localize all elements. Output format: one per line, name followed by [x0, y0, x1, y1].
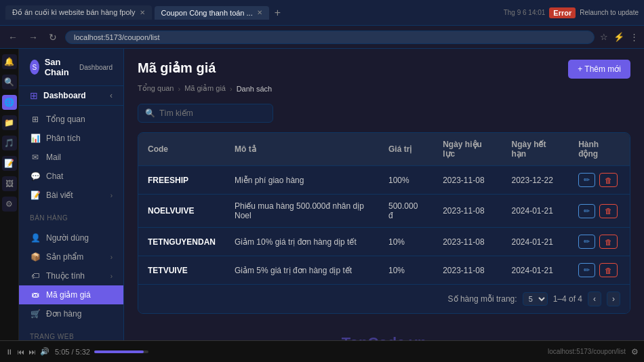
- cell-actions-0: ✏ 🗑: [569, 166, 630, 195]
- activity-bar-item-6[interactable]: 📝: [2, 156, 17, 171]
- col-ngay-hieu-luc: Ngày hiệu lực: [433, 133, 502, 166]
- topbar-error-badge[interactable]: Error: [549, 7, 576, 18]
- col-gia-tri: Giá trị: [379, 133, 433, 166]
- cell-start-0: 2023-11-08: [433, 166, 502, 195]
- edit-button-3[interactable]: ✏: [578, 263, 595, 277]
- ma-giam-gia-icon: 🎟: [30, 290, 41, 300]
- sidebar-item-chat[interactable]: 💬 Chat: [19, 167, 123, 186]
- sidebar-item-label-phan-tich: Phân tích: [46, 134, 81, 143]
- rows-per-page-select[interactable]: 5: [523, 292, 548, 306]
- delete-button-1[interactable]: 🗑: [599, 204, 618, 218]
- play-icon[interactable]: ⏸: [5, 348, 13, 356]
- sidebar-item-nguoi-dung[interactable]: 👤 Người dùng: [19, 228, 123, 247]
- sidebar-item-label-nguoi-dung: Người dùng: [46, 233, 89, 243]
- progress-bar[interactable]: [94, 350, 148, 353]
- taskbar: ⏸ ⏮ ⏭ 🔊 5:05 / 5:32 localhost:5173/coupo…: [0, 340, 644, 362]
- pagination-next[interactable]: ›: [607, 291, 620, 306]
- sidebar-item-don-hang[interactable]: 🛒 Đơn hàng: [19, 304, 123, 323]
- topbar-time: Thg 9 6 14:01: [504, 9, 546, 16]
- tab-2-close[interactable]: ✕: [257, 9, 262, 16]
- sidebar-item-tong-quan[interactable]: ⊞ Tổng quan: [19, 110, 123, 129]
- activity-bar-item-2[interactable]: 🔍: [2, 75, 17, 89]
- sidebar-item-thuoc-tinh[interactable]: 🏷 Thuộc tính ›: [19, 266, 123, 285]
- activity-bar-item-4[interactable]: 📁: [2, 115, 17, 130]
- breadcrumb-sep-2: ›: [230, 85, 233, 93]
- nguoi-dung-icon: 👤: [30, 233, 41, 243]
- activity-bar-item-chrome[interactable]: 🌐: [2, 95, 17, 110]
- collapse-icon[interactable]: ‹: [110, 91, 113, 100]
- page-title-group: Mã giảm giá: [138, 60, 216, 76]
- reload-button[interactable]: ↻: [46, 31, 60, 44]
- sidebar-item-mail[interactable]: ✉ Mail: [19, 148, 123, 167]
- extensions-icon[interactable]: ⚡: [613, 32, 624, 42]
- taskbar-left: ⏸ ⏮ ⏭ 🔊: [5, 347, 49, 356]
- breadcrumb-ma-giam-gia[interactable]: Mã giảm giá: [184, 84, 226, 93]
- new-tab-button[interactable]: +: [272, 7, 283, 19]
- volume-icon[interactable]: 🔊: [40, 347, 49, 356]
- cell-value-1: 500.000 đ: [379, 195, 433, 228]
- topbar-right: Thg 9 6 14:01 Error Relaunch to update: [504, 7, 639, 18]
- section-ban-hang-label: Bán hàng: [19, 209, 123, 224]
- rows-per-page-label: Số hàng mỗi trang:: [448, 294, 517, 304]
- tab-2-label: Coupon Công thanh toán ...: [161, 9, 253, 17]
- tab-2[interactable]: Coupon Công thanh toán ... ✕: [155, 6, 269, 20]
- browser-topbar: Đồ án cuối kì website bán hàng fpoly ✕ C…: [0, 0, 644, 26]
- activity-bar-item-8[interactable]: ⚙: [2, 197, 17, 212]
- sidebar-item-bai-viet[interactable]: 📝 Bài viết ›: [19, 186, 123, 205]
- tab-1[interactable]: Đồ án cuối kì website bán hàng fpoly ✕: [5, 5, 152, 20]
- time-label: 5:05 / 5:32: [55, 348, 90, 356]
- forward-button[interactable]: →: [26, 31, 41, 44]
- sidebar-item-ma-giam-gia[interactable]: 🎟 Mã giảm giá: [19, 285, 123, 304]
- activity-bar-item-1[interactable]: 🔔: [2, 54, 17, 69]
- activity-bar-item-7[interactable]: 🖼: [2, 176, 17, 191]
- cell-code-1: NOELVUIVE: [138, 195, 225, 228]
- col-code: Code: [138, 133, 225, 166]
- full-layout: 🔔 🔍 🌐 📁 🎵 📝 🖼 ⚙ S San Chain Dashboard ⊞ …: [0, 49, 644, 362]
- col-ngay-het-han: Ngày hết hạn: [502, 133, 569, 166]
- cell-code-3: TETVUIVE: [138, 256, 225, 285]
- sidebar-item-label-chat: Chat: [46, 172, 63, 181]
- cell-start-1: 2023-11-08: [433, 195, 502, 228]
- sidebar-item-label-ma-giam-gia: Mã giảm giá: [46, 290, 91, 300]
- sidebar-logo: S San Chain Dashboard: [19, 49, 123, 86]
- phan-tich-icon: 📊: [30, 134, 41, 143]
- cell-start-3: 2023-11-08: [433, 256, 502, 285]
- search-input[interactable]: [159, 108, 266, 118]
- taskbar-progress: 5:05 / 5:32: [55, 348, 148, 356]
- relaunch-button[interactable]: Relaunch to update: [580, 9, 639, 16]
- tab-1-close[interactable]: ✕: [140, 9, 145, 16]
- cell-end-0: 2023-12-22: [502, 166, 569, 195]
- menu-icon[interactable]: ⋮: [630, 32, 639, 42]
- edit-button-0[interactable]: ✏: [578, 173, 595, 187]
- pagination-prev[interactable]: ‹: [588, 291, 601, 306]
- delete-button-3[interactable]: 🗑: [599, 263, 618, 277]
- settings-icon[interactable]: ⚙: [631, 347, 639, 357]
- add-new-button[interactable]: + Thêm mới: [568, 60, 630, 79]
- edit-button-1[interactable]: ✏: [578, 204, 595, 218]
- sidebar-item-phan-tich[interactable]: 📊 Phân tích: [19, 129, 123, 148]
- next-track-icon[interactable]: ⏭: [28, 348, 36, 356]
- edit-button-2[interactable]: ✏: [578, 235, 595, 249]
- delete-button-2[interactable]: 🗑: [599, 235, 618, 249]
- prev-track-icon[interactable]: ⏮: [17, 348, 24, 356]
- cell-actions-1: ✏ 🗑: [569, 195, 630, 228]
- coupon-table-container: Code Mô tả Giá trị Ngày hiệu lực Ngày hế…: [138, 132, 630, 314]
- delete-button-0[interactable]: 🗑: [599, 173, 618, 187]
- san-pham-chevron: ›: [110, 254, 113, 261]
- sidebar-item-san-pham[interactable]: 📦 Sản phẩm ›: [19, 247, 123, 266]
- pagination: Số hàng mỗi trang: 5 1–4 of 4 ‹ ›: [138, 284, 630, 313]
- sidebar-toggle-button[interactable]: Dashboard: [79, 64, 113, 71]
- tong-quan-icon: ⊞: [30, 115, 41, 124]
- bookmark-icon[interactable]: ☆: [600, 32, 608, 42]
- sidebar-logo-icon: S: [30, 60, 39, 75]
- url-text: localhost:5173/coupon/list: [74, 33, 160, 41]
- breadcrumb-tong-quan[interactable]: Tổng quan: [138, 84, 174, 93]
- dashboard-label[interactable]: Dashboard: [43, 91, 86, 100]
- sidebar-ban-hang: 👤 Người dùng 📦 Sản phẩm › 🏷 Thuộc tính ›…: [19, 224, 123, 327]
- table-row: FREESHIP Miễn phí giao hàng 100% 2023-11…: [138, 166, 630, 195]
- url-bar[interactable]: localhost:5173/coupon/list: [65, 31, 595, 44]
- back-button[interactable]: ←: [5, 31, 20, 44]
- breadcrumb: Tổng quan › Mã giảm giá › Danh sách: [138, 84, 630, 93]
- page-header: Mã giảm giá + Thêm mới: [138, 60, 630, 79]
- activity-bar-item-5[interactable]: 🎵: [2, 136, 17, 150]
